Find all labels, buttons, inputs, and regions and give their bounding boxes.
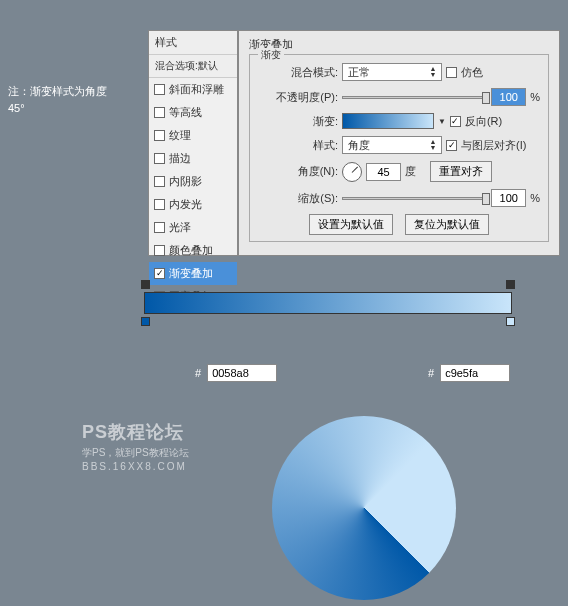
checkbox-icon[interactable] [154, 153, 165, 164]
opacity-stop-right[interactable] [506, 280, 515, 289]
opacity-input[interactable] [491, 88, 526, 106]
checkbox-icon[interactable] [154, 199, 165, 210]
style-item-stroke[interactable]: 描边 [149, 147, 237, 170]
style-item-texture[interactable]: 纹理 [149, 124, 237, 147]
checkbox-icon[interactable] [154, 107, 165, 118]
color1-input[interactable] [207, 364, 277, 382]
hash-label: # [195, 367, 201, 379]
chevron-updown-icon: ▲▼ [427, 139, 439, 151]
reverse-label: 反向(R) [465, 114, 502, 129]
slider-thumb[interactable] [482, 193, 490, 205]
angle-dial[interactable] [342, 162, 362, 182]
reset-align-button[interactable]: 重置对齐 [430, 161, 492, 182]
angle-label: 角度(N): [258, 164, 338, 179]
opacity-stop-left[interactable] [141, 280, 150, 289]
style-item-satin[interactable]: 光泽 [149, 216, 237, 239]
chevron-updown-icon: ▲▼ [427, 66, 439, 78]
checkbox-icon[interactable] [154, 176, 165, 187]
opacity-slider[interactable] [342, 96, 487, 99]
watermark-sub: 学PS，就到PS教程论坛 [82, 446, 189, 460]
checkbox-icon[interactable] [154, 268, 165, 279]
select-value: 角度 [348, 138, 427, 153]
gradient-overlay-panel: 渐变叠加 渐变 混合模式: 正常 ▲▼ 仿色 不透明度(P): % 渐变: [239, 31, 559, 255]
watermark-url: BBS.16XX8.COM [82, 461, 189, 472]
checkbox-icon[interactable] [154, 222, 165, 233]
style-item-inner-glow[interactable]: 内发光 [149, 193, 237, 216]
set-default-button[interactable]: 设置为默认值 [309, 214, 393, 235]
sidebar-header[interactable]: 样式 [149, 31, 237, 55]
select-value: 正常 [348, 65, 427, 80]
reset-default-button[interactable]: 复位为默认值 [405, 214, 489, 235]
chevron-down-icon[interactable]: ▼ [438, 117, 446, 126]
color2-input[interactable] [440, 364, 510, 382]
style-label: 描边 [169, 151, 191, 166]
gradient-preview[interactable] [342, 113, 434, 129]
percent-label: % [530, 91, 540, 103]
style-label: 等高线 [169, 105, 202, 120]
style-item-color-overlay[interactable]: 颜色叠加 [149, 239, 237, 262]
style-label: 内发光 [169, 197, 202, 212]
gradient-bar[interactable] [144, 292, 512, 314]
gradient-label: 渐变: [258, 114, 338, 129]
align-checkbox[interactable] [446, 140, 457, 151]
color1-field: # [195, 364, 277, 382]
fieldset-label: 渐变 [258, 48, 284, 62]
style-list-sidebar: 样式 混合选项:默认 斜面和浮雕 等高线 纹理 描边 内阴影 内发光 光泽 颜色… [149, 31, 239, 255]
style-item-contour[interactable]: 等高线 [149, 101, 237, 124]
style-item-bevel[interactable]: 斜面和浮雕 [149, 78, 237, 101]
opacity-stops-row [138, 280, 518, 290]
color2-field: # [428, 364, 510, 382]
color-stop-right[interactable] [506, 317, 515, 326]
scale-label: 缩放(S): [258, 191, 338, 206]
layer-style-dialog: 样式 混合选项:默认 斜面和浮雕 等高线 纹理 描边 内阴影 内发光 光泽 颜色… [148, 30, 560, 256]
checkbox-icon[interactable] [154, 245, 165, 256]
style-label: 光泽 [169, 220, 191, 235]
hash-label: # [428, 367, 434, 379]
angle-gradient-preview [272, 416, 456, 600]
degree-label: 度 [405, 164, 416, 179]
style-label: 渐变叠加 [169, 266, 213, 281]
style-select[interactable]: 角度 ▲▼ [342, 136, 442, 154]
angle-input[interactable] [366, 163, 401, 181]
blend-mode-select[interactable]: 正常 ▲▼ [342, 63, 442, 81]
align-label: 与图层对齐(I) [461, 138, 526, 153]
dither-label: 仿色 [461, 65, 483, 80]
watermark: PS教程论坛 学PS，就到PS教程论坛 BBS.16XX8.COM [82, 420, 189, 472]
slider-thumb[interactable] [482, 92, 490, 104]
style-label: 内阴影 [169, 174, 202, 189]
gradient-fieldset: 渐变 混合模式: 正常 ▲▼ 仿色 不透明度(P): % 渐变: ▼ [249, 54, 549, 242]
watermark-title: PS教程论坛 [82, 420, 189, 444]
checkbox-icon[interactable] [154, 84, 165, 95]
gradient-editor [138, 280, 518, 326]
annotation-note: 注：渐变样式为角度 45° [8, 83, 107, 116]
note-line2: 45° [8, 100, 107, 117]
checkbox-icon[interactable] [154, 130, 165, 141]
sidebar-subheader[interactable]: 混合选项:默认 [149, 55, 237, 78]
style-label: 斜面和浮雕 [169, 82, 224, 97]
scale-input[interactable] [491, 189, 526, 207]
panel-title: 渐变叠加 [249, 37, 549, 52]
blend-mode-label: 混合模式: [258, 65, 338, 80]
note-line1: 注：渐变样式为角度 [8, 83, 107, 100]
percent-label: % [530, 192, 540, 204]
color-stop-left[interactable] [141, 317, 150, 326]
style-item-inner-shadow[interactable]: 内阴影 [149, 170, 237, 193]
reverse-checkbox[interactable] [450, 116, 461, 127]
scale-slider[interactable] [342, 197, 487, 200]
style-label: 颜色叠加 [169, 243, 213, 258]
color-stops-row [138, 316, 518, 326]
opacity-label: 不透明度(P): [258, 90, 338, 105]
style-label: 纹理 [169, 128, 191, 143]
style-label: 样式: [258, 138, 338, 153]
dither-checkbox[interactable] [446, 67, 457, 78]
